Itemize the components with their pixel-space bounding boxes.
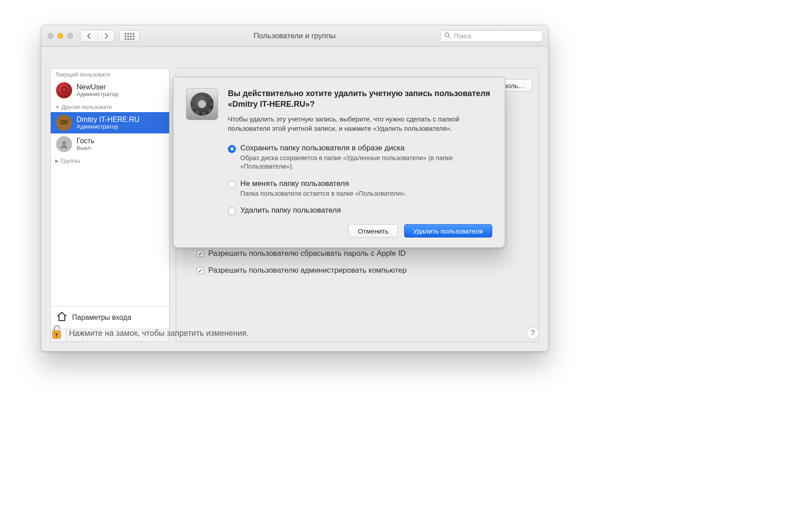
option-label: Не менять папку пользователя <box>240 179 406 188</box>
grid-icon <box>125 33 134 39</box>
chevron-right-icon: ▶ <box>55 158 59 163</box>
checkbox-label: Разрешить пользователю администрировать … <box>208 266 407 275</box>
house-icon <box>56 311 68 324</box>
radio-icon[interactable] <box>228 145 236 153</box>
dialog-option-save-image[interactable]: Сохранить папку пользователя в образе ди… <box>228 144 492 171</box>
permissions: Разрешить пользователю сбрасывать пароль… <box>197 249 407 275</box>
radio-icon[interactable] <box>228 207 236 215</box>
system-preferences-icon <box>186 88 218 120</box>
user-role: Администратор <box>77 124 139 130</box>
option-label: Сохранить папку пользователя в образе ди… <box>240 144 492 153</box>
svg-point-7 <box>65 122 66 123</box>
option-desc: Образ диска сохраняется в папке «Удаленн… <box>240 154 492 171</box>
dialog-title: Вы действительно хотите удалить учетную … <box>228 88 492 110</box>
login-options-label: Параметры входа <box>72 314 131 322</box>
section-current-user: Текущий пользовате <box>51 69 169 80</box>
user-list: Текущий пользовате NewUser Администратор… <box>51 69 169 306</box>
chevron-down-icon: ▼ <box>55 105 60 109</box>
forward-button[interactable] <box>97 30 114 42</box>
avatar-icon <box>56 115 72 131</box>
user-row-dmitry[interactable]: Dmitry IT-HERE.RU Администратор <box>51 112 169 133</box>
traffic-lights <box>48 33 73 39</box>
allow-reset-apple-id-row[interactable]: Разрешить пользователю сбрасывать пароль… <box>197 249 407 258</box>
checkbox-icon[interactable] <box>197 250 204 257</box>
titlebar: Пользователи и группы <box>41 25 548 47</box>
delete-user-dialog: Вы действительно хотите удалить учетную … <box>173 77 505 248</box>
preferences-window: Пользователи и группы Текущий пользовате <box>41 25 548 351</box>
search-field-wrap[interactable] <box>440 30 543 42</box>
section-other-users[interactable]: ▼ Другие пользовате <box>51 101 169 112</box>
section-label: Группы <box>61 157 80 164</box>
search-input[interactable] <box>453 32 539 40</box>
svg-line-1 <box>448 36 450 38</box>
dialog-buttons: Отменить Удалить пользователя <box>186 224 492 238</box>
lock-open-icon[interactable] <box>50 324 63 342</box>
nav-segmented <box>80 30 115 42</box>
section-label: Текущий пользовате <box>55 71 110 78</box>
user-sidebar: Текущий пользовате NewUser Администратор… <box>50 68 170 342</box>
delete-user-button[interactable]: Удалить пользователя <box>404 224 492 238</box>
user-row-current[interactable]: NewUser Администратор <box>51 80 169 101</box>
allow-admin-row[interactable]: Разрешить пользователю администрировать … <box>197 266 407 275</box>
close-window-button[interactable] <box>48 33 53 39</box>
option-label: Удалить папку пользователя <box>240 206 341 215</box>
svg-point-6 <box>62 122 63 123</box>
avatar-icon <box>56 136 72 152</box>
option-desc: Папка пользователя остается в папке «Пол… <box>240 189 406 198</box>
dialog-subtitle: Чтобы удалить эту учетную запись, выбери… <box>228 114 492 133</box>
user-name: Гость <box>77 137 94 145</box>
checkbox-icon[interactable] <box>197 267 204 274</box>
svg-point-8 <box>62 141 66 145</box>
dialog-options: Сохранить папку пользователя в образе ди… <box>228 144 492 216</box>
dialog-option-delete-folder[interactable]: Удалить папку пользователя <box>228 206 492 215</box>
section-groups[interactable]: ▶ Группы <box>51 155 169 166</box>
search-icon <box>444 32 450 40</box>
maximize-window-button[interactable] <box>67 33 73 39</box>
svg-rect-12 <box>56 335 57 337</box>
user-row-guest[interactable]: Гость Выкл. <box>51 133 169 155</box>
show-all-button[interactable] <box>119 30 140 42</box>
user-role: Выкл. <box>77 145 94 151</box>
cancel-button[interactable]: Отменить <box>348 224 398 238</box>
back-button[interactable] <box>81 30 97 42</box>
help-button[interactable]: ? <box>527 327 539 339</box>
lock-hint-text: Нажмите на замок, чтобы запретить измене… <box>69 329 248 338</box>
user-name: Dmitry IT-HERE.RU <box>77 116 139 124</box>
user-name: NewUser <box>77 83 118 91</box>
minimize-window-button[interactable] <box>57 33 63 39</box>
dialog-option-keep-folder[interactable]: Не менять папку пользователя Папка польз… <box>228 179 492 198</box>
section-label: Другие пользовате <box>61 104 112 110</box>
radio-icon[interactable] <box>228 181 236 189</box>
user-role: Администратор <box>77 91 118 97</box>
lock-row: Нажмите на замок, чтобы запретить измене… <box>50 324 539 342</box>
avatar-icon <box>56 82 72 98</box>
checkbox-label: Разрешить пользователю сбрасывать пароль… <box>208 249 405 258</box>
